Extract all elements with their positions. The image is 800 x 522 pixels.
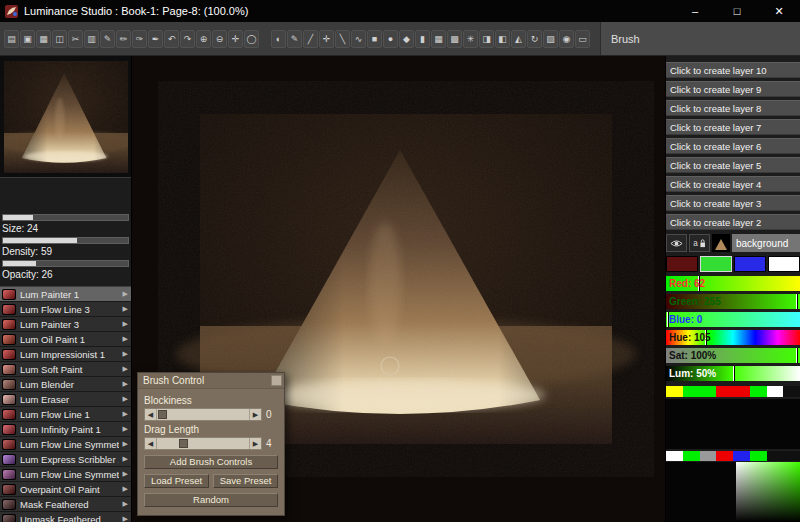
brush-list-item[interactable]: Lum Painter 3 ▶ <box>0 317 131 332</box>
palette-storage-area[interactable] <box>666 399 800 449</box>
diagonal-line-icon[interactable]: ╲ <box>335 30 350 48</box>
background-layer-row[interactable]: a background <box>666 234 800 252</box>
cut-icon[interactable]: ✂ <box>68 30 83 48</box>
spray-tool-icon[interactable]: ✳ <box>463 30 478 48</box>
move-icon[interactable]: ✛ <box>228 30 243 48</box>
setting-slider[interactable] <box>2 260 129 267</box>
load-preset-button[interactable]: Load Preset <box>144 474 209 488</box>
palette-swatch[interactable] <box>700 386 717 397</box>
setting-slider[interactable] <box>2 237 129 244</box>
grid-tool-icon[interactable]: ▦ <box>431 30 446 48</box>
arrow-right-icon[interactable]: ▶ <box>249 438 261 449</box>
frame-tool-icon[interactable]: ▭ <box>575 30 590 48</box>
visibility-eye-icon[interactable] <box>666 234 687 252</box>
move-tool-icon[interactable]: ✛ <box>319 30 334 48</box>
export-icon[interactable]: ◫ <box>52 30 67 48</box>
brush-list-item[interactable]: Lum Flow Line 1 ▶ <box>0 407 131 422</box>
close-button[interactable]: ✕ <box>758 0 800 22</box>
copy-icon[interactable]: ▥ <box>84 30 99 48</box>
nib-icon[interactable]: ✒ <box>148 30 163 48</box>
brush-list-item[interactable]: Lum Eraser ▶ <box>0 392 131 407</box>
pen-tool-icon[interactable]: ✎ <box>287 30 302 48</box>
color-swatch[interactable] <box>666 256 698 272</box>
color-swatch[interactable] <box>768 256 800 272</box>
texture-tool-icon[interactable]: ▨ <box>543 30 558 48</box>
palette-swatch[interactable] <box>733 451 750 461</box>
palette-swatch[interactable] <box>783 386 800 397</box>
brush-list-item[interactable]: Lum Impressionist 1 ▶ <box>0 347 131 362</box>
maximize-button[interactable]: □ <box>716 0 758 22</box>
create-layer-slot[interactable]: Click to create layer 3 <box>666 195 800 211</box>
select-ellipse-icon[interactable]: ◯ <box>244 30 259 48</box>
brush-list-item[interactable]: Lum Flow Line 3 ▶ <box>0 302 131 317</box>
zoom-in-icon[interactable]: ⊕ <box>196 30 211 48</box>
save-icon[interactable]: ▦ <box>36 30 51 48</box>
arrow-left-icon[interactable]: ◀ <box>145 438 157 449</box>
color-channel-slider[interactable]: Lum: 50% <box>666 366 800 381</box>
eyedropper-icon[interactable]: ◐ <box>271 30 286 48</box>
add-brush-controls-button[interactable]: Add Brush Controls <box>144 455 278 469</box>
bar-tool-icon[interactable]: ▮ <box>415 30 430 48</box>
ellipse-tool-icon[interactable]: ● <box>383 30 398 48</box>
pen-icon[interactable]: ✎ <box>100 30 115 48</box>
rotate-tool-icon[interactable]: ↻ <box>527 30 542 48</box>
slider-thumb[interactable] <box>179 439 188 448</box>
palette-swatch[interactable] <box>683 451 700 461</box>
rectangle-tool-icon[interactable]: ■ <box>367 30 382 48</box>
undo-icon[interactable]: ↶ <box>164 30 179 48</box>
gradient-left-icon[interactable]: ◧ <box>495 30 510 48</box>
color-swatch[interactable] <box>734 256 766 272</box>
layer-name[interactable]: background <box>732 234 800 252</box>
brush-control-slider[interactable]: ◀ ▶ <box>144 408 262 421</box>
polygon-tool-icon[interactable]: ◆ <box>399 30 414 48</box>
palette-swatch[interactable] <box>733 386 750 397</box>
palette-storage-area[interactable] <box>666 462 736 522</box>
palette-swatch[interactable] <box>666 451 683 461</box>
color-channel-slider[interactable]: Sat: 100% <box>666 348 800 363</box>
brush-list-item[interactable]: Lum Oil Paint 1 ▶ <box>0 332 131 347</box>
color-channel-slider[interactable]: Green: 255 <box>666 294 800 309</box>
saturation-value-picker[interactable] <box>736 462 800 522</box>
create-layer-slot[interactable]: Click to create layer 7 <box>666 119 800 135</box>
brush-list-item[interactable]: Lum Blender ▶ <box>0 377 131 392</box>
palette-swatch[interactable] <box>683 386 700 397</box>
create-layer-slot[interactable]: Click to create layer 6 <box>666 138 800 154</box>
brush-control-titlebar[interactable]: Brush Control <box>138 373 284 389</box>
slider-thumb[interactable] <box>158 410 167 419</box>
pencil-icon[interactable]: ✏ <box>116 30 131 48</box>
target-tool-icon[interactable]: ◉ <box>559 30 574 48</box>
color-channel-slider[interactable]: Blue: 0 <box>666 312 800 327</box>
palette-swatch[interactable] <box>700 451 717 461</box>
brush-control-slider[interactable]: ◀ ▶ <box>144 437 262 450</box>
panel-collapse-icon[interactable] <box>271 375 282 386</box>
create-layer-slot[interactable]: Click to create layer 4 <box>666 176 800 192</box>
create-layer-slot[interactable]: Click to create layer 2 <box>666 214 800 230</box>
arrow-right-icon[interactable]: ▶ <box>249 409 261 420</box>
save-preset-button[interactable]: Save Preset <box>213 474 278 488</box>
pattern-tool-icon[interactable]: ▩ <box>447 30 462 48</box>
color-swatch[interactable] <box>700 256 732 272</box>
redo-icon[interactable]: ↷ <box>180 30 195 48</box>
create-layer-slot[interactable]: Click to create layer 10 <box>666 62 800 78</box>
palette-swatch[interactable] <box>767 451 784 461</box>
palette-swatch[interactable] <box>750 386 767 397</box>
brush-list-item[interactable]: Lum Express Scribbler 1 ▶ <box>0 452 131 467</box>
line-tool-icon[interactable]: ╱ <box>303 30 318 48</box>
palette-swatch[interactable] <box>767 386 784 397</box>
minimize-button[interactable]: – <box>674 0 716 22</box>
open-book-icon[interactable]: ▣ <box>20 30 35 48</box>
palette-swatch[interactable] <box>783 451 800 461</box>
brush-list-item[interactable]: Lum Flow Line Symmetr ▶ <box>0 437 131 452</box>
palette-swatch[interactable] <box>750 451 767 461</box>
brush-list-item[interactable]: Mask Feathered ▶ <box>0 497 131 512</box>
color-channel-slider[interactable]: Hue: 105 <box>666 330 800 345</box>
brush-list-item[interactable]: Lum Infinity Paint 1 ▶ <box>0 422 131 437</box>
brush-list-item[interactable]: Lum Soft Paint ▶ <box>0 362 131 377</box>
gradient-right-icon[interactable]: ◨ <box>479 30 494 48</box>
create-layer-slot[interactable]: Click to create layer 5 <box>666 157 800 173</box>
curve-tool-icon[interactable]: ∿ <box>351 30 366 48</box>
arrow-left-icon[interactable]: ◀ <box>145 409 157 420</box>
canvas[interactable]: Brush Control Blockiness ◀ ▶ 0 <box>132 56 665 522</box>
mirror-tool-icon[interactable]: ◭ <box>511 30 526 48</box>
alpha-lock-icon[interactable]: a <box>689 234 710 252</box>
